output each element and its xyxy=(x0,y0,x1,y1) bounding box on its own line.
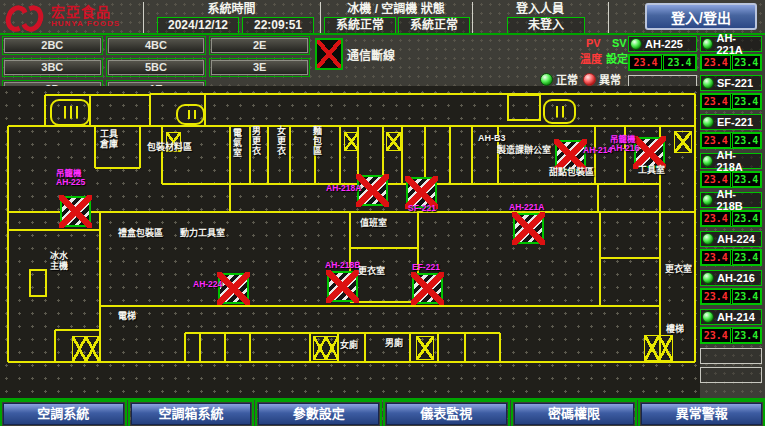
sidebar-unit[interactable]: AH-216 23.4 23.4 xyxy=(700,270,762,305)
sidebar-unit[interactable]: SF-221 23.4 23.4 xyxy=(700,75,762,110)
map-label: 工具室 xyxy=(638,166,665,176)
nav-button[interactable]: 空調箱系統 xyxy=(131,403,252,425)
floor-button-cell: 3E xyxy=(209,58,310,77)
unit-pv-value: 23.4 xyxy=(701,133,731,148)
system-date-value: 2024/12/12 xyxy=(157,17,239,34)
unit-status-led-icon xyxy=(702,272,714,284)
unit-values-row: 23.4 23.4 xyxy=(700,171,762,188)
unit-values-row: 23.4 23.4 xyxy=(700,54,762,71)
floor-button-cell: 2BC xyxy=(2,36,103,55)
sv-sub-header: 設定 xyxy=(606,50,628,66)
map-label: SF-221 xyxy=(408,204,436,213)
unit-pv-value: 23.4 xyxy=(701,55,731,70)
company-logo: 宏亞食品 HUNYA FOODS xyxy=(6,2,120,30)
unit-name-row: EF-221 xyxy=(700,114,762,130)
nav-button[interactable]: 參數設定 xyxy=(258,403,379,425)
sidebar-unit[interactable]: AH-218A 23.4 23.4 xyxy=(700,153,762,188)
unit-name-row: AH-224 xyxy=(700,231,762,247)
unit-sv-value: 23.4 xyxy=(732,172,762,187)
unit-name: SF-221 xyxy=(717,77,753,89)
unit-status-led-icon xyxy=(702,311,714,323)
sidebar-unit[interactable]: AH-225 23.4 23.4 xyxy=(628,36,697,71)
unit-sv-value: 23.4 xyxy=(732,250,762,265)
ahu-equipment-icon[interactable] xyxy=(218,273,249,304)
unit-values-row: 23.4 23.4 xyxy=(628,54,697,71)
comm-loss-label: 通信斷線 xyxy=(347,46,395,63)
sidebar-unit[interactable]: EF-221 23.4 23.4 xyxy=(700,114,762,149)
normal-led-icon xyxy=(540,73,553,86)
map-label: AH-B3 xyxy=(478,134,506,144)
map-label: 禮盒包裝區 xyxy=(118,229,163,239)
unit-status-led-icon xyxy=(702,77,714,89)
sidebar-unit[interactable]: AH-221A 23.4 23.4 xyxy=(700,36,762,71)
map-label: 吊籠機 AH-225 xyxy=(56,169,85,188)
unit-name-row: SF-221 xyxy=(700,75,762,91)
unit-name-row: AH-218B xyxy=(700,192,762,208)
unit-name-row: AH-221A xyxy=(700,36,762,52)
map-label: 男更衣 xyxy=(250,126,260,156)
elevator-x-icon xyxy=(386,132,401,151)
unit-pv-value: 23.4 xyxy=(701,211,731,226)
unit-name-row: AH-216 xyxy=(700,270,762,286)
ahu-equipment-icon[interactable] xyxy=(60,196,91,227)
stairs-icon xyxy=(543,99,576,124)
floor-button-cell: 2E xyxy=(209,36,310,55)
stairs-icon xyxy=(176,104,205,125)
ahu-equipment-icon[interactable] xyxy=(412,273,443,304)
login-logout-button[interactable]: 登入/登出 xyxy=(645,3,757,30)
normal-label: 正常 xyxy=(556,71,578,87)
nav-button[interactable]: 密碼權限 xyxy=(514,403,635,425)
unit-sv-value: 23.4 xyxy=(732,133,762,148)
ahu-equipment-icon[interactable] xyxy=(357,175,388,206)
map-label: 樓梯 xyxy=(666,325,684,335)
floor-button[interactable]: 2BC xyxy=(4,38,101,53)
map-label: 麵包區 xyxy=(311,126,321,156)
nav-button-cell: 參數設定 xyxy=(255,400,382,426)
system-time-value: 22:09:51 xyxy=(242,17,314,34)
map-label: 值班室 xyxy=(360,219,387,229)
pv-sub-header: 溫度 xyxy=(580,50,602,66)
map-label: AH-224 xyxy=(193,280,222,289)
nav-button-cell: 密碼權限 xyxy=(511,400,638,426)
unit-values-row: 23.4 23.4 xyxy=(700,132,762,149)
floor-button[interactable]: 3E xyxy=(211,60,308,75)
logo-icon xyxy=(6,2,46,30)
pv-header: PV xyxy=(586,37,601,49)
map-label: 包裝材料區 xyxy=(147,143,192,153)
map-label: AH-218B xyxy=(325,261,360,270)
floor-button-cell: 5BC xyxy=(106,58,207,77)
floor-button[interactable]: 5BC xyxy=(108,60,205,75)
nav-button[interactable]: 異常警報 xyxy=(641,403,762,425)
floor-button[interactable]: 4BC xyxy=(108,38,205,53)
abnormal-label: 異常 xyxy=(599,71,621,87)
unit-pv-value: 23.4 xyxy=(701,289,731,304)
bottom-nav-bar: 空調系統 空調箱系統 參數設定 儀表監視 密碼權限 異常警報 xyxy=(0,398,765,426)
elevator-x-icon xyxy=(674,131,692,153)
ahu-status-value: 系統正常 xyxy=(398,17,470,34)
floor-button[interactable]: 2E xyxy=(211,38,308,53)
elevator-x-icon xyxy=(644,335,673,361)
unit-status-led-icon xyxy=(702,194,713,206)
header-divider xyxy=(608,2,609,33)
map-label: 製造課辦公室 xyxy=(497,146,551,156)
ahu-equipment-icon[interactable] xyxy=(513,213,544,244)
logo-text: 宏亞食品 xyxy=(51,5,120,19)
nav-button[interactable]: 空調系統 xyxy=(3,403,124,425)
sidebar-unit[interactable]: AH-218B 23.4 23.4 xyxy=(700,192,762,227)
nav-button-cell: 空調系統 xyxy=(0,400,127,426)
map-label: 更衣室 xyxy=(665,265,692,275)
unit-status-led-icon xyxy=(702,155,713,167)
sidebar-unit[interactable]: AH-224 23.4 23.4 xyxy=(700,231,762,266)
sidebar-unit[interactable]: AH-214 23.4 23.4 xyxy=(700,309,762,344)
logo-subtext: HUNYA FOODS xyxy=(51,19,120,28)
nav-button[interactable]: 儀表監視 xyxy=(386,403,507,425)
floor-button[interactable]: 3BC xyxy=(4,60,101,75)
system-time-label: 系統時間 xyxy=(143,2,320,17)
ahu-equipment-icon[interactable] xyxy=(327,271,358,302)
unit-sv-value: 23.4 xyxy=(732,55,762,70)
unit-status-led-icon xyxy=(630,38,642,50)
map-label: 更衣室 xyxy=(358,267,385,277)
unit-name: EF-221 xyxy=(717,116,753,128)
unit-name-row: AH-218A xyxy=(700,153,762,169)
login-status-value: 未登入 xyxy=(507,17,585,34)
